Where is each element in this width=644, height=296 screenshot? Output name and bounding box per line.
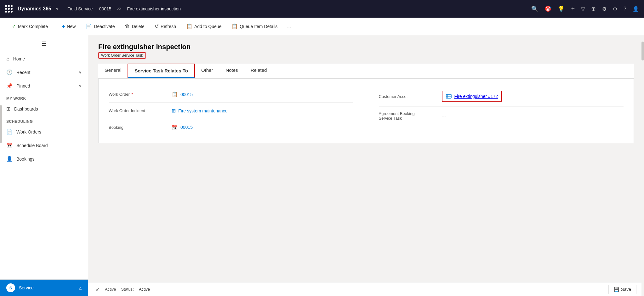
customer-asset-link[interactable]: Fire extinguisher #172 [454,94,498,99]
app-chevron-icon[interactable]: ∨ [56,7,59,11]
service-chevron-icon: △ [79,286,82,290]
save-label: Save [621,287,631,292]
gear-icon[interactable]: ⚙ [613,6,617,12]
dashboards-icon: ⊞ [6,106,10,112]
app-name: Dynamics 365 [18,6,51,12]
sidebar-item-home[interactable]: ⌂ Home [0,52,88,65]
deactivate-button[interactable]: 📄 Deactivate [81,21,119,31]
delete-icon: 🗑 [125,24,130,29]
breadcrumb-sep: >> [117,7,122,11]
deactivate-icon: 📄 [86,23,92,29]
work-order-field-icon: 📋 [172,91,178,97]
sidebar-scrollbar-thumb[interactable] [0,105,2,143]
sidebar-home-label: Home [13,56,25,61]
checkmark-icon: ✓ [12,23,16,29]
work-orders-icon: 📄 [6,129,13,135]
tab-service-task-relates-to[interactable]: Service Task Relates To [128,64,195,78]
plus-icon: + [62,24,65,29]
form-row-work-order-incident: Work Order Incident ⊞ Fire system mainte… [109,103,353,119]
more-commands-button[interactable]: ... [283,21,295,32]
top-nav-icons: 🔍 🎯 💡 + ▽ ⊕ ⚙ ⚙ ? 👤 [531,5,639,13]
app-launcher-icon[interactable] [5,5,13,13]
sidebar-work-orders-label: Work Orders [16,129,41,134]
top-navigation: Dynamics 365 ∨ Field Service 00015 >> Fi… [0,0,644,18]
tab-other[interactable]: Other [195,64,219,78]
work-order-incident-value: ⊞ Fire system maintenance [172,108,227,114]
save-icon: 💾 [614,287,619,292]
circle-plus-icon[interactable]: ⊕ [591,5,596,12]
form-row-customer-asset: Customer Asset Fire extinguisher #172 [379,86,624,107]
mark-complete-button[interactable]: ✓ Mark Complete [8,21,52,31]
form-right-column: Customer Asset Fire extinguisher #172 [366,86,624,135]
deactivate-label: Deactivate [94,24,115,29]
work-order-label: Work Order * [109,92,172,97]
agreement-booking-label: Agreement BookingService Task [379,111,442,121]
work-order-incident-link[interactable]: Fire system maintenance [178,108,227,113]
lightbulb-icon[interactable]: 💡 [558,5,565,12]
delete-button[interactable]: 🗑 Delete [120,22,149,31]
tab-notes[interactable]: Notes [219,64,244,78]
sidebar-toggle-button[interactable]: ☰ [0,35,88,52]
sidebar-recent-label: Recent [16,70,30,75]
add-to-queue-button[interactable]: 📋 Add to Queue [182,21,226,31]
form-row-booking: Booking 📅 00015 [109,119,353,135]
sidebar-item-bookings[interactable]: 👤 Bookings [0,152,88,166]
active-state-label: Active [105,287,116,292]
sidebar-bookings-label: Bookings [16,157,35,162]
agreement-booking-placeholder: --- [442,113,446,118]
user-icon[interactable]: 👤 [633,6,639,12]
sidebar-dashboards-label: Dashboards [14,106,38,111]
save-button[interactable]: 💾 Save [608,285,636,294]
search-icon[interactable]: 🔍 [531,5,538,12]
form-grid: Work Order * 📋 00015 Work Order Incident [109,86,624,135]
status-bar: ⤢ Active Status: Active 💾 Save [88,282,644,296]
pin-icon: 📌 [6,83,13,89]
mark-complete-label: Mark Complete [18,24,48,29]
sidebar: ☰ ⌂ Home 🕐 Recent ∨ 📌 Pinned ∨ My Work ⊞ [0,35,88,296]
add-icon[interactable]: + [571,5,575,13]
page-title: Fire extinguisher inspection [98,43,634,51]
module-name: Field Service [67,6,93,11]
form-left-column: Work Order * 📋 00015 Work Order Incident [109,86,366,135]
tab-general[interactable]: General [98,64,128,78]
checkin-icon[interactable]: 🎯 [544,5,551,12]
form-section: Work Order * 📋 00015 Work Order Incident [98,78,634,143]
settings-icon[interactable]: ⚙ [602,6,607,12]
schedule-board-icon: 📅 [6,142,13,148]
refresh-button[interactable]: ↺ Refresh [150,21,180,31]
sidebar-item-recent[interactable]: 🕐 Recent ∨ [0,65,88,79]
queue-item-details-label: Queue Item Details [240,24,277,29]
main-layout: ☰ ⌂ Home 🕐 Recent ∨ 📌 Pinned ∨ My Work ⊞ [0,35,644,296]
new-button[interactable]: + New [58,22,80,31]
pinned-chevron-icon: ∨ [79,84,82,88]
content-scrollbar[interactable] [641,35,644,296]
breadcrumb-id[interactable]: 00015 [99,6,111,11]
sidebar-service-item[interactable]: S Service △ [0,279,88,296]
content-scrollbar-thumb[interactable] [641,42,644,60]
refresh-icon: ↺ [155,23,159,29]
tab-related[interactable]: Related [244,64,273,78]
queue-item-details-button[interactable]: 📋 Queue Item Details [227,21,282,31]
sidebar-service-label: Service [19,285,34,290]
agreement-booking-value: --- [442,113,446,118]
help-icon[interactable]: ? [624,6,626,12]
form-row-agreement-booking: Agreement BookingService Task --- [379,107,624,125]
booking-link[interactable]: 00015 [180,125,193,130]
sidebar-item-schedule-board[interactable]: 📅 Schedule Board [0,139,88,152]
expand-icon[interactable]: ⤢ [96,286,100,292]
sidebar-item-work-orders[interactable]: 📄 Work Orders [0,125,88,139]
status-colon-label: Status: [121,287,134,292]
filter-icon[interactable]: ▽ [581,6,585,12]
booking-value: 📅 00015 [172,124,193,130]
delete-label: Delete [132,24,144,29]
sidebar-item-dashboards[interactable]: ⊞ Dashboards [0,102,88,116]
booking-field-icon: 📅 [172,124,178,130]
toolbar-divider-1 [55,22,55,31]
sidebar-item-pinned[interactable]: 📌 Pinned ∨ [0,79,88,93]
work-order-link[interactable]: 00015 [180,92,193,97]
work-order-value: 📋 00015 [172,91,193,97]
command-bar: ✓ Mark Complete + New 📄 Deactivate 🗑 Del… [0,18,644,35]
record-type-badge: Work Order Service Task [98,52,146,59]
work-order-incident-label: Work Order Incident [109,108,172,113]
incident-field-icon: ⊞ [172,108,176,114]
